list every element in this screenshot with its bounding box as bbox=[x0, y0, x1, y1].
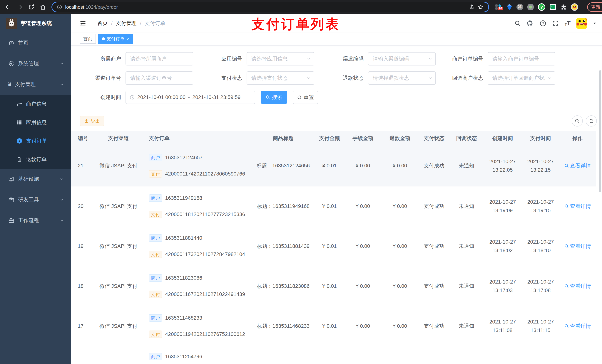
merchant-order-no-input[interactable] bbox=[488, 52, 555, 65]
site-info-icon[interactable] bbox=[57, 4, 62, 10]
ext-chat-icon[interactable] bbox=[549, 4, 556, 10]
grid-icon bbox=[16, 119, 22, 125]
help-icon[interactable] bbox=[539, 20, 547, 27]
breadcrumb-current: 支付订单 bbox=[145, 20, 165, 27]
chevron-down-icon bbox=[428, 57, 432, 61]
pay-tag: 支付 bbox=[149, 291, 162, 298]
reload-icon[interactable] bbox=[28, 4, 34, 10]
forward-icon[interactable] bbox=[16, 4, 23, 10]
table-row: 20 微信 JSAPI 支付 商户1635311949168 支付4200001… bbox=[71, 187, 596, 226]
search-icon bbox=[564, 163, 569, 168]
sidebar-item-system[interactable]: 系统管理 bbox=[0, 53, 71, 74]
view-detail-link[interactable]: 查看详情 bbox=[564, 283, 591, 290]
caret-down-icon[interactable] bbox=[593, 21, 597, 25]
breadcrumb-home[interactable]: 首页 bbox=[97, 20, 108, 27]
sidebar-fold-icon[interactable] bbox=[80, 20, 86, 27]
url-text: localhost:1024/pay/order bbox=[65, 4, 118, 10]
filter-merchant-order-no: 商户订单编号 bbox=[438, 52, 555, 65]
back-icon[interactable] bbox=[4, 4, 11, 10]
tab-home[interactable]: 首页 bbox=[80, 34, 96, 44]
search-icon bbox=[564, 284, 569, 289]
ext-y-icon[interactable]: y bbox=[538, 3, 545, 11]
breadcrumb-pay[interactable]: 支付管理 bbox=[116, 20, 137, 27]
tab-pay-order[interactable]: 支付订单 × bbox=[98, 34, 133, 44]
pay-status-select[interactable] bbox=[247, 71, 314, 85]
filter-merchant: 所属商户 bbox=[80, 52, 193, 65]
chevron-down-icon bbox=[428, 76, 432, 80]
date-range-input[interactable]: 2021-10-01 00:00:00 - 2021-10-31 23:59:5… bbox=[126, 91, 255, 104]
document-icon bbox=[16, 156, 22, 162]
chevron-down-icon bbox=[60, 218, 64, 223]
sidebar: 芋道管理系统 首页 系统管理 ¥ 支付管理 商户信息 应用信息 bbox=[0, 14, 71, 364]
sidebar-item-app-info[interactable]: 应用信息 bbox=[0, 113, 71, 132]
filter-create-time: 创建时间 2021-10-01 00:00:00 - 2021-10-31 23… bbox=[80, 91, 255, 104]
fullscreen-icon[interactable] bbox=[552, 20, 559, 27]
clock-icon bbox=[129, 95, 135, 100]
table-row: 18 微信 JSAPI 支付 商户1635311823086 支付4200001… bbox=[71, 266, 596, 306]
share-icon[interactable] bbox=[469, 4, 475, 10]
search-icon bbox=[575, 118, 580, 124]
filter-channel-order-no: 渠道订单号 bbox=[80, 71, 193, 85]
ext-gem-icon[interactable] bbox=[506, 3, 512, 11]
view-detail-link[interactable]: 查看详情 bbox=[564, 203, 591, 210]
page-content: 所属商户 应用编号 渠道编码 商户订单编号 bbox=[71, 45, 602, 364]
filter-row-3: 创建时间 2021-10-01 00:00:00 - 2021-10-31 23… bbox=[80, 91, 602, 104]
update-button[interactable]: 更新 bbox=[587, 2, 602, 12]
refresh-table-button[interactable] bbox=[586, 115, 597, 126]
view-detail-link[interactable]: 查看详情 bbox=[564, 322, 591, 330]
avatar[interactable] bbox=[576, 18, 587, 29]
chevron-down-icon bbox=[60, 62, 64, 66]
ext-dot-icon[interactable] bbox=[527, 4, 534, 10]
show-search-button[interactable] bbox=[572, 115, 583, 126]
filter-channel-code: 渠道编码 bbox=[321, 52, 436, 65]
export-button[interactable]: 导出 bbox=[80, 116, 104, 126]
screen: localhost:1024/pay/order 10 ⌘ y bbox=[0, 0, 602, 364]
shop-icon bbox=[16, 101, 22, 107]
sidebar-item-workflow[interactable]: 工作流程 bbox=[0, 210, 71, 231]
ext-badge: 10 bbox=[498, 7, 503, 10]
reset-button[interactable]: 重置 bbox=[293, 91, 318, 104]
sidebar-item-home[interactable]: 首页 bbox=[0, 32, 71, 53]
sidebar-item-refund-order[interactable]: 退款订单 bbox=[0, 150, 71, 169]
briefcase-icon bbox=[8, 217, 14, 224]
pay-tag: 支付 bbox=[149, 331, 162, 338]
url-bar[interactable]: localhost:1024/pay/order bbox=[52, 2, 489, 12]
channel-code-select[interactable] bbox=[368, 52, 436, 65]
sidebar-submenu-pay: 商户信息 应用信息 ¥ 支付订单 退款订单 bbox=[0, 95, 71, 169]
ext-diamond-icon[interactable]: 10 bbox=[495, 3, 502, 11]
merchant-tag: 商户 bbox=[149, 154, 162, 161]
bookmark-star-icon[interactable] bbox=[478, 4, 484, 10]
merchant-tag: 商户 bbox=[149, 314, 162, 322]
search-icon bbox=[564, 324, 569, 329]
scrollbar-thumb[interactable] bbox=[599, 70, 601, 192]
close-icon[interactable]: × bbox=[127, 37, 129, 41]
chevron-down-icon bbox=[60, 177, 64, 181]
sidebar-item-merchant-info[interactable]: 商户信息 bbox=[0, 95, 71, 113]
view-detail-link[interactable]: 查看详情 bbox=[564, 243, 591, 250]
sidebar-item-pay-order[interactable]: ¥ 支付订单 bbox=[0, 132, 71, 150]
sidebar-item-pay[interactable]: ¥ 支付管理 bbox=[0, 74, 71, 95]
refund-status-select[interactable] bbox=[368, 71, 436, 85]
font-size-icon[interactable]: TT bbox=[565, 20, 570, 26]
merchant-input[interactable] bbox=[126, 52, 193, 65]
notify-status-select[interactable] bbox=[488, 71, 555, 85]
home-icon[interactable] bbox=[40, 4, 46, 10]
view-detail-link[interactable]: 查看详情 bbox=[564, 162, 591, 169]
sidebar-item-devtool[interactable]: 研发工具 bbox=[0, 189, 71, 210]
search-icon bbox=[564, 244, 569, 249]
breadcrumb: 首页 / 支付管理 / 支付订单 bbox=[97, 20, 165, 27]
search-button[interactable]: 搜索 bbox=[261, 91, 287, 104]
app-select[interactable] bbox=[247, 52, 314, 65]
navbar-actions: TT bbox=[514, 18, 597, 29]
extensions-bar: 10 ⌘ y bbox=[495, 3, 578, 11]
channel-order-no-input[interactable] bbox=[126, 71, 193, 85]
ext-command-icon[interactable]: ⌘ bbox=[516, 4, 523, 10]
browser-chrome: localhost:1024/pay/order 10 ⌘ y bbox=[0, 0, 602, 14]
sidebar-item-infra[interactable]: 基础设施 bbox=[0, 169, 71, 189]
table-header: 编号 支付渠道 支付订单 商品标题 支付金额 手续金额 退款金额 支付状态 回调… bbox=[71, 131, 596, 145]
profile-emoji-icon[interactable] bbox=[571, 3, 578, 11]
status-badge: 支付成功 bbox=[418, 226, 450, 266]
search-icon[interactable] bbox=[514, 20, 521, 27]
ext-puzzle-icon[interactable] bbox=[560, 4, 567, 10]
github-icon[interactable] bbox=[527, 20, 534, 27]
